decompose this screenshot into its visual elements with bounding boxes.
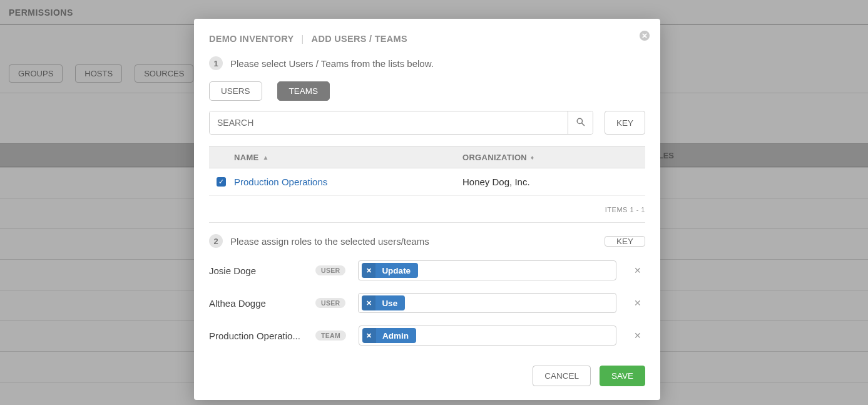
column-organization[interactable]: ORGANIZATION ♦	[462, 153, 638, 162]
cancel-button[interactable]: CANCEL	[533, 366, 591, 386]
breadcrumb: DEMO INVENTORY | ADD USERS / TEAMS	[209, 34, 645, 44]
search-button[interactable]	[568, 111, 593, 134]
remove-row-icon[interactable]: ✕	[634, 331, 645, 341]
step-1-badge: 1	[209, 56, 223, 70]
type-badge: USER	[315, 298, 345, 308]
add-users-teams-modal: DEMO INVENTORY | ADD USERS / TEAMS 1 Ple…	[194, 19, 660, 400]
row-checkbox[interactable]: ✓	[217, 177, 226, 187]
breadcrumb-root[interactable]: DEMO INVENTORY	[209, 34, 294, 44]
role-chip: ✕ Admin	[362, 328, 416, 343]
key-button-step1[interactable]: KEY	[605, 111, 645, 135]
role-chip: ✕ Update	[362, 263, 418, 278]
org-cell: Honey Dog, Inc.	[462, 177, 638, 187]
table-row: ✓ Production Operations Honey Dog, Inc.	[209, 168, 645, 196]
step-1-text: Please select Users / Teams from the lis…	[230, 58, 434, 69]
search-icon	[576, 117, 585, 128]
search-input[interactable]	[210, 111, 568, 134]
sort-icon: ♦	[531, 154, 534, 161]
remove-chip-icon[interactable]: ✕	[362, 263, 375, 278]
remove-row-icon[interactable]: ✕	[634, 298, 645, 308]
assignment-row: Production Operatio... TEAM ✕ Admin ✕	[209, 326, 645, 346]
step-2-badge: 2	[209, 234, 223, 248]
type-badge: USER	[315, 265, 345, 275]
remove-chip-icon[interactable]: ✕	[362, 328, 376, 343]
svg-line-2	[582, 123, 585, 126]
assignee-name: Althea Dogge	[209, 298, 309, 309]
remove-chip-icon[interactable]: ✕	[362, 295, 375, 310]
tab-teams[interactable]: TEAMS	[277, 81, 330, 101]
team-link[interactable]: Production Operations	[234, 177, 327, 187]
remove-row-icon[interactable]: ✕	[634, 265, 645, 275]
pagination-summary: ITEMS 1 - 1	[209, 206, 645, 213]
breadcrumb-leaf: ADD USERS / TEAMS	[312, 34, 407, 44]
assignment-row: Josie Doge USER ✕ Update ✕	[209, 260, 645, 280]
assignee-name: Josie Doge	[209, 265, 309, 276]
save-button[interactable]: SAVE	[600, 366, 645, 386]
assignee-name: Production Operatio...	[209, 331, 309, 341]
type-badge: TEAM	[315, 331, 346, 341]
close-icon[interactable]	[639, 30, 650, 41]
tab-users[interactable]: USERS	[209, 81, 262, 101]
key-button-step2[interactable]: KEY	[605, 236, 645, 247]
sort-asc-icon: ▲	[262, 154, 268, 161]
role-select[interactable]: ✕ Update	[358, 260, 616, 280]
column-name[interactable]: NAME ▲	[234, 153, 462, 162]
assignment-row: Althea Dogge USER ✕ Use ✕	[209, 293, 645, 313]
role-select[interactable]: ✕ Use	[358, 293, 616, 313]
role-chip: ✕ Use	[362, 295, 405, 310]
step-2-text: Please assign roles to the selected user…	[230, 236, 429, 247]
role-select[interactable]: ✕ Admin	[359, 326, 616, 346]
